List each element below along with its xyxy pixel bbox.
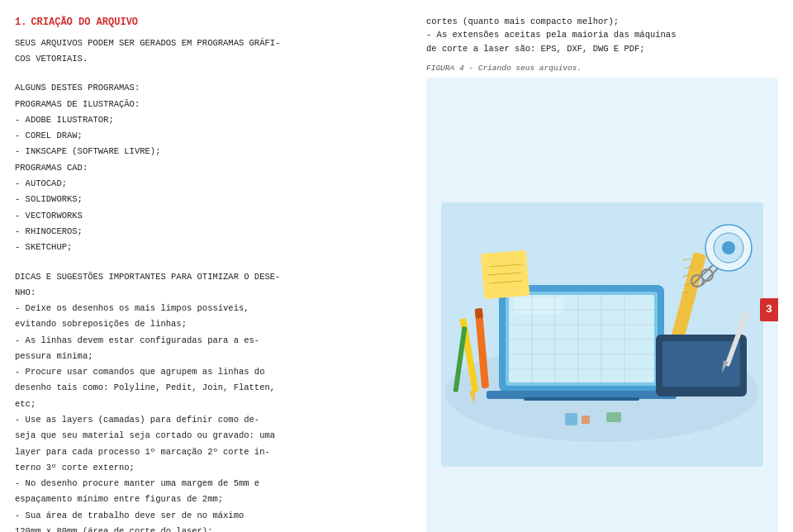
right-content: cortes (quanto mais compacto melhor); - …: [426, 15, 778, 532]
tips-header: DICAS E SUGESTÕES IMPORTANTES PARA OTIMI…: [15, 270, 403, 283]
tip-1: evitando sobreposições de linhas;: [15, 317, 403, 330]
figure-box: [426, 78, 778, 532]
page: 1. CRIAÇÃO DO ARQUIVO SEUS ARQUIVOS PODE…: [0, 0, 793, 532]
tip-7: - Use as layers (camadas) para definir c…: [15, 413, 403, 426]
tip-2: - As linhas devem estar configuradas par…: [15, 334, 403, 347]
tip-12: espaçamento mínimo entre figuras de 2mm;: [15, 492, 403, 506]
tip-14: 120mm x 80mm (área de corte do laser);: [15, 525, 403, 532]
svg-rect-32: [481, 250, 530, 300]
cad-item-3: - RHINOCEROS;: [15, 225, 403, 238]
svg-rect-45: [606, 412, 621, 422]
svg-rect-44: [582, 416, 590, 424]
section-title: CRIAÇÃO DO ARQUIVO: [31, 15, 138, 31]
tip-6: etc;: [15, 397, 403, 411]
svg-rect-43: [565, 413, 577, 425]
figure-caption-top: FIGURA 4 - Criando seus arquivos.: [426, 64, 778, 73]
tip-3: pessura mínima;: [15, 349, 403, 363]
intro-line1: SEUS ARQUIVOS PODEM SER GERADOS EM PROGR…: [15, 36, 403, 50]
illu-item-1: - COREL DRAW;: [15, 129, 403, 142]
cad-items: - AUTOCAD; - SOLIDWORKS; - VECTORWORKS -…: [15, 177, 403, 254]
cad-item-4: - SKETCHUP;: [15, 240, 403, 254]
left-content: 1. CRIAÇÃO DO ARQUIVO SEUS ARQUIVOS PODE…: [15, 15, 403, 532]
programs-intro: ALGUNS DESTES PROGRAMAS:: [15, 81, 403, 94]
illu-header: PROGRAMAS DE ILUSTRAÇÃO:: [15, 97, 403, 111]
page-number: 3: [760, 298, 778, 321]
desk-scene-svg: [426, 202, 778, 467]
right-column: cortes (quanto mais compacto melhor); - …: [420, 15, 778, 532]
tip-0: - Deixe os desenhos os mais limpos possí…: [15, 302, 403, 315]
tip-9: layer para cada processo 1º marcação 2º …: [15, 445, 403, 458]
tip-10: terno 3º corte externo;: [15, 461, 403, 474]
tip-5: desenho tais como: Polyline, Pedit, Join…: [15, 381, 403, 394]
illu-item-0: - ADOBE ILUSTRATOR;: [15, 113, 403, 126]
right-line-0: cortes (quanto mais compacto melhor);: [426, 15, 778, 28]
cad-item-1: - SOLIDWORKS;: [15, 192, 403, 206]
illu-item-2: - INKSCAPE (SOFTWARE LIVRE);: [15, 145, 403, 158]
svg-point-42: [722, 241, 735, 254]
intro-line2: COS VETORIAIS.: [15, 52, 403, 65]
right-line-1: - As extensões aceitas pela maioria das …: [426, 28, 778, 41]
cad-header: PROGRAMAS CAD:: [15, 161, 403, 174]
tip-13: - Sua área de trabalho deve ser de no má…: [15, 509, 403, 522]
svg-rect-16: [524, 397, 639, 401]
svg-rect-26: [475, 308, 483, 319]
tip-4: - Procure usar comandos que agrupem as l…: [15, 365, 403, 378]
right-line-2: de corte a laser são: EPS, DXF, DWG E PD…: [426, 42, 778, 55]
illu-items: - ADOBE ILUSTRATOR; - COREL DRAW; - INKS…: [15, 113, 403, 159]
section-number: 1.: [15, 15, 26, 31]
left-column: 1. CRIAÇÃO DO ARQUIVO SEUS ARQUIVOS PODE…: [15, 15, 420, 532]
tip-8: seja que seu material seja cortado ou gr…: [15, 429, 403, 442]
cad-item-2: - VECTORWORKS: [15, 209, 403, 222]
tips-header2: NHO:: [15, 286, 403, 299]
tips-content: - Deixe os desenhos os mais limpos possí…: [15, 302, 403, 532]
tip-11: - No desenho procure manter uma margem d…: [15, 477, 403, 490]
svg-rect-46: [514, 297, 563, 314]
cad-item-0: - AUTOCAD;: [15, 177, 403, 190]
right-top-text: cortes (quanto mais compacto melhor); - …: [426, 15, 778, 55]
